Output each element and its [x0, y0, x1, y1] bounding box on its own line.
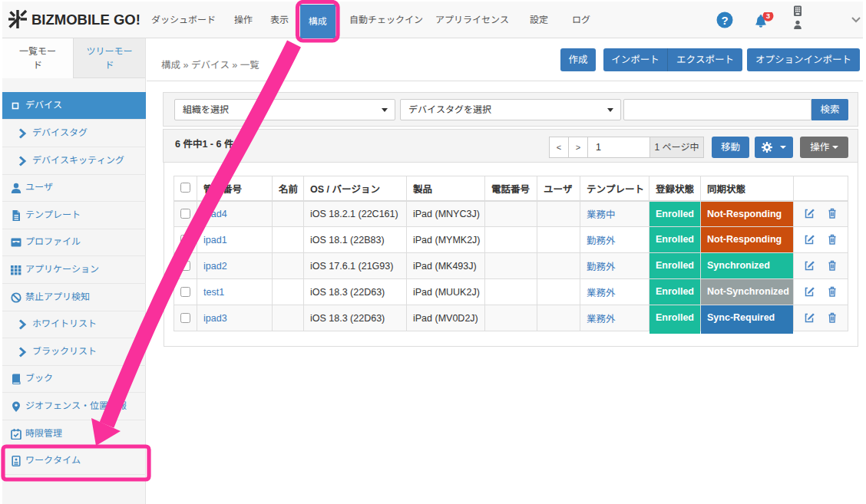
- svg-text:?: ?: [721, 14, 728, 27]
- svg-text:3: 3: [766, 12, 770, 20]
